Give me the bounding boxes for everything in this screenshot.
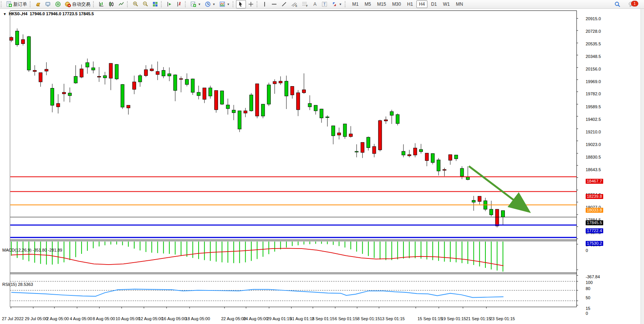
notifications-button[interactable]: 1 (626, 0, 640, 8)
level-price-label: 17722.4 (586, 228, 603, 233)
toolbar-gripper (185, 1, 188, 7)
macd-axis-max: 0 (586, 248, 588, 253)
macd-axis-min: -367.84 (586, 274, 600, 279)
date-axis-label: 8 Sep 01:15 (357, 316, 380, 321)
timeframe-W1[interactable]: W1 (440, 0, 453, 8)
text-tool-button[interactable]: A (310, 0, 320, 8)
rsi-axis-label: 15 (586, 306, 590, 311)
price-tick-label: 20348.5 (586, 54, 601, 59)
chart-window[interactable]: ▼HK50-,H4 17946.0 17946.0 17723.5 17845.… (0, 8, 644, 324)
toolbar-gripper (93, 1, 96, 7)
main-toolbar: 新订单 自动交易 ▼ ▼ ▼ E F A T ▼ M1M5M15M30H1H4D… (0, 0, 644, 9)
price-tick-label: 19782.0 (586, 91, 601, 96)
level-price-label: 18033.8 (586, 208, 603, 213)
svg-text:E: E (296, 5, 297, 7)
chevron-down-icon: ▼ (339, 3, 342, 6)
cursor-tool-button[interactable] (236, 0, 246, 8)
toolbar-gripper (345, 1, 347, 7)
timeframe-M30[interactable]: M30 (389, 0, 403, 8)
auto-scroll-button[interactable] (164, 0, 174, 8)
template-icon (219, 1, 225, 7)
level-price-label: 17845.5 (586, 220, 603, 225)
zoom-out-icon (142, 1, 148, 7)
trendline-tool-button[interactable] (279, 0, 289, 8)
date-axis-label: 10 Aug 05:00 (116, 316, 140, 321)
price-tick-label: 19969.0 (586, 79, 601, 84)
timeframe-H4[interactable]: H4 (416, 0, 427, 8)
gold-button[interactable] (33, 0, 43, 8)
search-button[interactable] (612, 0, 623, 8)
equidistant-channel-icon: E (291, 1, 298, 7)
level-price-label: 17530.2 (586, 241, 603, 246)
chart-menu-arrow-icon[interactable]: ▼ (3, 12, 6, 16)
notification-badge: 1 (631, 1, 638, 6)
candles (10, 29, 504, 228)
timeframe-MN[interactable]: MN (453, 0, 466, 8)
chart-shift-button[interactable] (174, 0, 184, 8)
timeframe-M1[interactable]: M1 (350, 0, 361, 8)
price-tick-label: 18643.5 (586, 167, 601, 172)
tile-windows-button[interactable] (150, 0, 160, 8)
arrows-tool-button[interactable]: ▼ (329, 0, 344, 8)
price-tick-label: 20728.0 (586, 29, 601, 34)
horizontal-line-tool-button[interactable] (269, 0, 279, 8)
date-axis-label: 29 Jul 05:00 (25, 316, 48, 321)
indicators-button[interactable]: ▼ (188, 0, 203, 8)
zoom-in-button[interactable] (130, 0, 140, 8)
indicators-add-icon (190, 1, 196, 7)
signal-button[interactable] (53, 0, 63, 8)
date-axis-label: 4 Aug 05:00 (70, 316, 92, 321)
terminal-button[interactable] (43, 0, 53, 8)
new-order-button[interactable]: 新订单 (4, 0, 29, 8)
date-axis-label: 19 Sep 01:15 (441, 316, 466, 321)
date-axis-label: 18 Aug 05:00 (185, 316, 210, 321)
timeframe-M15[interactable]: M15 (374, 0, 389, 8)
level-price-label: 18467.7 (586, 179, 603, 184)
date-axis-label: 2 Aug 05:00 (47, 316, 69, 321)
crosshair-tool-button[interactable] (246, 0, 256, 8)
price-tick-label: 20156.0 (586, 67, 601, 72)
chevron-down-icon: ▼ (198, 3, 201, 6)
text-label-icon: T (321, 1, 328, 7)
vertical-line-tool-button[interactable] (260, 0, 269, 8)
timeframe-D1[interactable]: D1 (428, 0, 439, 8)
line-chart-button[interactable] (116, 0, 126, 8)
toolbar-gripper (161, 1, 164, 7)
date-axis-label: 23 Sep 01:15 (490, 316, 515, 321)
auto-trading-button[interactable]: 自动交易 (63, 0, 92, 8)
arrows-icon (331, 1, 337, 7)
date-axis-label: 29 Aug 01:15 (267, 316, 292, 321)
candlestick-chart-icon (108, 1, 114, 7)
new-order-icon (6, 1, 12, 7)
price-tick-label: 20535.5 (586, 42, 601, 47)
cursor-icon (238, 1, 244, 7)
date-axis-label: 24 Aug 05:00 (243, 316, 268, 321)
chevron-down-icon: ▼ (212, 3, 215, 6)
timeframe-M5[interactable]: M5 (362, 0, 374, 8)
zoom-out-button[interactable] (140, 0, 150, 8)
text-label-tool-button[interactable]: T (320, 0, 329, 8)
date-axis-label: 16 Aug 05:00 (162, 316, 186, 321)
templates-button[interactable]: ▼ (217, 0, 232, 8)
periods-button[interactable]: ▼ (203, 0, 217, 8)
price-tick-label: 19023.0 (586, 142, 601, 147)
rsi-axis-label: 80 (586, 286, 590, 291)
price-tick-label: 19402.5 (586, 117, 601, 122)
fibonacci-tool-button[interactable]: F (300, 0, 310, 8)
date-axis-label: 27 Jul 2022 (2, 316, 24, 321)
level-price-label: 18239.8 (586, 194, 603, 199)
price-chart[interactable] (0, 8, 644, 324)
channel-tool-button[interactable]: E (289, 0, 300, 8)
date-axis-label: 6 Sep 01:15 (335, 316, 357, 321)
date-axis-label: 13 Sep 01:15 (380, 316, 405, 321)
auto-trading-label: 自动交易 (72, 1, 90, 8)
bar-chart-button[interactable] (96, 0, 106, 8)
timeframe-group: M1M5M15M30H1H4D1W1MN (350, 0, 466, 8)
crosshair-icon (248, 1, 254, 7)
svg-text:T: T (323, 2, 326, 6)
bar-chart-icon (98, 1, 104, 7)
search-icon (614, 1, 621, 8)
timeframe-H1[interactable]: H1 (405, 0, 416, 8)
candlestick-chart-button[interactable] (106, 0, 116, 8)
toolbar-gripper (257, 1, 259, 7)
